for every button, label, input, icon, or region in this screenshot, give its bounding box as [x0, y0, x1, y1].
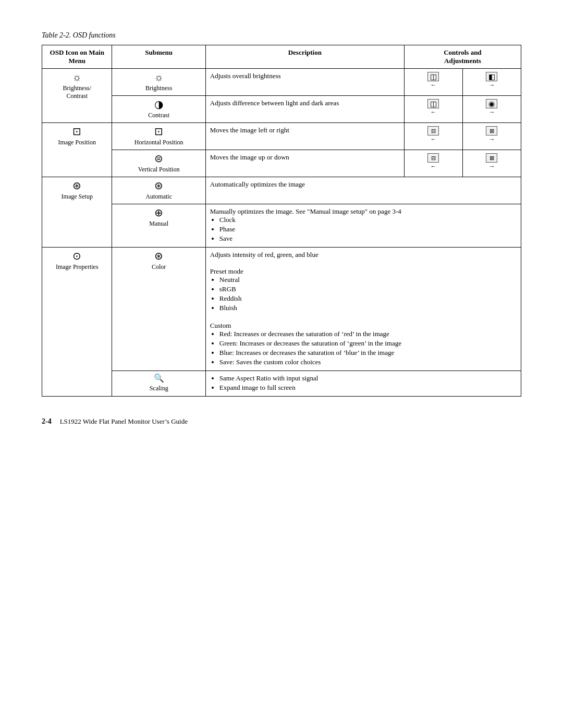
image-properties-icon: ⊙ — [72, 251, 81, 261]
scaling-icon: 🔍 — [154, 374, 164, 382]
automatic-icon: ⊛ — [154, 180, 163, 191]
desc-contrast: Adjusts difference between light and dar… — [205, 96, 404, 123]
preset-srgb: sRGB — [219, 285, 517, 293]
preset-reddish: Reddish — [219, 294, 517, 303]
submenu-scaling: 🔍 Scaling — [112, 371, 205, 397]
table-row: ☼ Brightness/Contrast ☼ Brightness Adjus… — [42, 69, 521, 96]
custom-green: Green: Increases or decreases the satura… — [219, 339, 517, 348]
contrast-label: Contrast — [148, 112, 169, 119]
ctrl-horiz-left: ⊟ ← — [404, 123, 462, 150]
preset-bluish: Bluish — [219, 304, 517, 312]
submenu-color: ⊛ Color — [112, 248, 205, 371]
table-row: ◑ Contrast Adjusts difference between li… — [42, 96, 521, 123]
main-icon-image-setup: ⊛ Image Setup — [42, 177, 112, 248]
preset-mode-bullets: Neutral sRGB Reddish Bluish — [210, 276, 517, 312]
scaling-bullets: Same Aspect Ratio with input signal Expa… — [210, 374, 517, 392]
brightness-icon: ☼ — [154, 72, 163, 82]
ctrl-contrast-right: ◉ → — [462, 96, 521, 123]
color-icon: ⊛ — [154, 251, 163, 261]
desc-manual: Manually optimizes the image. See "Manua… — [205, 204, 521, 248]
submenu-horiz-pos: ⊡ Horizontal Position — [112, 123, 205, 150]
ctrl-icon-bl: ◫ — [427, 72, 439, 81]
manual-label: Manual — [149, 220, 168, 228]
osd-table: OSD Icon on Main Menu Submenu Descriptio… — [42, 45, 521, 397]
main-icon-image-properties: ⊙ Image Properties — [42, 248, 112, 397]
manual-bullet-save: Save — [219, 235, 517, 243]
ctrl-icon-cr: ◉ — [486, 99, 497, 108]
brightness-contrast-label: Brightness/Contrast — [63, 84, 91, 100]
header-col4-line2: Adjustments — [444, 57, 481, 65]
horiz-pos-label: Horizontal Position — [134, 139, 183, 146]
header-col4: Controls and Adjustments — [404, 45, 521, 69]
ctrl-contrast-left: ◫ ← — [404, 96, 462, 123]
horiz-pos-icon: ⊡ — [154, 126, 163, 137]
table-header-row: OSD Icon on Main Menu Submenu Descriptio… — [42, 45, 521, 69]
header-col4-line1: Controls and — [444, 48, 481, 56]
ctrl-horiz-right: ⊠ → — [462, 123, 521, 150]
brightness-label: Brightness — [145, 84, 172, 92]
table-row: ⊡ Image Position ⊡ Horizontal Position M… — [42, 123, 521, 150]
ctrl-arrow-hl: ← — [430, 135, 436, 143]
header-col3: Description — [205, 45, 404, 69]
ctrl-icon-br: ◧ — [486, 72, 497, 81]
header-col1-line1: OSD Icon on Main — [50, 48, 104, 56]
ctrl-arrow-vr: → — [488, 163, 495, 170]
header-col2: Submenu — [112, 45, 205, 69]
table-title: Table 2-2. OSD functions — [42, 31, 521, 40]
ctrl-icon-cl: ◫ — [427, 99, 439, 108]
custom-bullets: Red: Increases or decreases the saturati… — [210, 330, 517, 366]
table-row: 🔍 Scaling Same Aspect Ratio with input s… — [42, 371, 521, 397]
main-icon-image-position: ⊡ Image Position — [42, 123, 112, 177]
image-position-icon: ⊡ — [72, 126, 81, 137]
image-position-label: Image Position — [58, 139, 96, 146]
ctrl-icon-vl: ⊟ — [427, 153, 439, 163]
image-setup-icon: ⊛ — [72, 180, 81, 191]
vert-pos-icon: ⊜ — [154, 153, 163, 164]
submenu-contrast: ◑ Contrast — [112, 96, 205, 123]
footer-page-num: 2-4 — [42, 417, 52, 426]
table-row: ⊙ Image Properties ⊛ Color Adjusts inten… — [42, 248, 521, 371]
color-label: Color — [152, 263, 166, 271]
manual-bullet-clock: Clock — [219, 216, 517, 224]
scaling-aspect: Same Aspect Ratio with input signal — [219, 374, 517, 382]
submenu-brightness: ☼ Brightness — [112, 69, 205, 96]
ctrl-icon-hr: ⊠ — [486, 126, 497, 135]
ctrl-arrow-cr: → — [488, 108, 495, 116]
manual-icon: ⊕ — [154, 207, 163, 218]
custom-red: Red: Increases or decreases the saturati… — [219, 330, 517, 338]
table-row: ⊜ Vertical Position Moves the image up o… — [42, 150, 521, 177]
ctrl-brightness-right: ◧ → — [462, 69, 521, 96]
ctrl-arrow-cl: ← — [430, 108, 436, 116]
footer-text: LS1922 Wide Flat Panel Monitor User’s Gu… — [60, 417, 188, 426]
main-icon-brightness: ☼ Brightness/Contrast — [42, 69, 112, 123]
desc-brightness: Adjusts overall brightness — [205, 69, 404, 96]
ctrl-vert-left: ⊟ ← — [404, 150, 462, 177]
contrast-icon: ◑ — [154, 99, 163, 109]
desc-horiz-pos: Moves the image left or right — [205, 123, 404, 150]
ctrl-arrow-hr: → — [488, 135, 495, 143]
ctrl-arrow-vl: ← — [430, 163, 436, 170]
manual-bullets: Clock Phase Save — [210, 216, 517, 243]
vert-pos-label: Vertical Position — [138, 166, 180, 174]
submenu-automatic: ⊛ Automatic — [112, 177, 205, 204]
ctrl-arrow-bl: ← — [430, 81, 436, 89]
header-col1: OSD Icon on Main Menu — [42, 45, 112, 69]
ctrl-icon-hl: ⊟ — [427, 126, 439, 135]
ctrl-icon-vr: ⊠ — [486, 153, 497, 163]
image-properties-label: Image Properties — [56, 263, 99, 271]
ctrl-arrow-br: → — [488, 81, 495, 89]
ctrl-vert-right: ⊠ → — [462, 150, 521, 177]
table-row: ⊕ Manual Manually optimizes the image. S… — [42, 204, 521, 248]
header-col1-line2: Menu — [68, 57, 85, 65]
desc-scaling: Same Aspect Ratio with input signal Expa… — [205, 371, 521, 397]
manual-bullet-phase: Phase — [219, 225, 517, 233]
scaling-label: Scaling — [150, 385, 168, 392]
custom-blue: Blue: Increases or decreases the saturat… — [219, 349, 517, 357]
submenu-vert-pos: ⊜ Vertical Position — [112, 150, 205, 177]
automatic-label: Automatic — [145, 193, 172, 201]
desc-vert-pos: Moves the image up or down — [205, 150, 404, 177]
preset-neutral: Neutral — [219, 276, 517, 284]
brightness-contrast-icon: ☼ — [72, 72, 82, 82]
desc-color: Adjusts intensity of red, green, and blu… — [205, 248, 521, 371]
custom-save: Save: Saves the custom color choices — [219, 358, 517, 366]
